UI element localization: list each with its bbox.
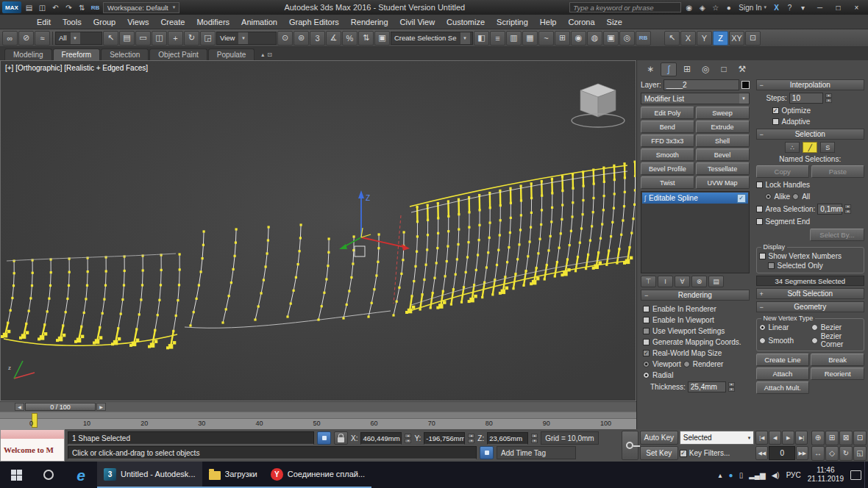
- action-center-icon[interactable]: [850, 470, 861, 480]
- checkbox-use-viewport-settings[interactable]: Use Viewport Settings: [643, 326, 747, 336]
- tray-expand-icon[interactable]: ▴: [719, 471, 722, 479]
- save-file-icon[interactable]: ◫: [36, 2, 49, 13]
- ribbon-tab-populate[interactable]: Populate: [208, 49, 255, 60]
- zoom-all-icon[interactable]: ⊞: [825, 431, 839, 445]
- bind-spacewarp-icon[interactable]: ≈: [35, 31, 50, 46]
- radio-radial[interactable]: Radial: [643, 370, 747, 380]
- checkbox[interactable]: [643, 328, 650, 334]
- checkbox[interactable]: [643, 339, 650, 345]
- show-end-result-icon[interactable]: I: [658, 276, 673, 287]
- schematic-view-icon[interactable]: ⊞: [555, 31, 570, 46]
- menu-item[interactable]: Edit: [31, 15, 57, 29]
- z-spinner[interactable]: ▲▼: [531, 434, 538, 443]
- undo-icon[interactable]: ↶: [49, 2, 62, 13]
- set-key-button[interactable]: Set Key: [640, 446, 678, 460]
- orbit-icon[interactable]: ↻: [839, 446, 853, 461]
- vertex-subobject-button[interactable]: ∴: [785, 142, 800, 153]
- snap-3d-icon[interactable]: 3: [310, 31, 325, 46]
- y-spinner[interactable]: ▲▼: [468, 434, 474, 443]
- modifier-set-button[interactable]: Smooth: [641, 148, 694, 161]
- modifier-on-icon[interactable]: [737, 194, 746, 203]
- modifier-stack[interactable]: ʃ Editable Spline: [641, 191, 750, 273]
- menu-item[interactable]: Animation: [235, 15, 283, 29]
- viewport-label[interactable]: [+] [Orthographic] [Realistic + Edged Fa…: [5, 64, 148, 72]
- track-bar-key-strip[interactable]: [0, 412, 636, 419]
- angle-snap-icon[interactable]: ∡: [326, 31, 341, 46]
- modifier-set-button[interactable]: Bend: [641, 121, 694, 133]
- modifier-set-button[interactable]: Extrude: [696, 121, 750, 133]
- spinner-snap-icon[interactable]: ⇅: [358, 31, 374, 46]
- checkbox-enable-in-renderer[interactable]: Enable In Renderer: [643, 304, 747, 314]
- menu-item[interactable]: Civil View: [394, 15, 441, 29]
- select-by-button[interactable]: Select By...: [810, 229, 864, 241]
- radio-linear[interactable]: Linear: [759, 323, 809, 332]
- viewcube[interactable]: [552, 74, 622, 132]
- taskbar-app-3dsmax[interactable]: Untitled - Autodesk...: [97, 462, 202, 488]
- window-crossing-icon[interactable]: ◫: [152, 31, 167, 46]
- x-spinner[interactable]: ▲▼: [405, 434, 411, 443]
- edge-browser-button[interactable]: e: [65, 462, 97, 488]
- set-keys-button[interactable]: [622, 431, 638, 460]
- object-color-swatch[interactable]: [741, 81, 750, 89]
- mirror-icon[interactable]: ◧: [474, 31, 489, 46]
- zoom-region-icon[interactable]: ⊡: [853, 431, 867, 445]
- modifier-set-button[interactable]: Bevel Profile: [641, 162, 694, 175]
- spline-subobject-button[interactable]: S: [820, 142, 835, 153]
- render-setup-icon[interactable]: ◍: [587, 31, 602, 46]
- display-tab[interactable]: □: [716, 62, 732, 76]
- checkbox[interactable]: [643, 350, 650, 356]
- modifier-set-button[interactable]: Shell: [696, 134, 750, 147]
- modifier-set-button[interactable]: Bevel: [696, 148, 750, 161]
- current-frame-field[interactable]: 0: [769, 446, 795, 460]
- search-icon[interactable]: ◉: [683, 2, 695, 13]
- track-bar[interactable]: 0102030405060708090100: [0, 412, 636, 429]
- sign-in-button[interactable]: Sign In ▾: [736, 4, 769, 12]
- y-coordinate-field[interactable]: -196,756mm: [424, 432, 465, 445]
- next-key-button[interactable]: ▶▶: [796, 446, 808, 460]
- taskbar-clock[interactable]: 11:46 21.11.2019: [808, 466, 844, 484]
- isolate-selection-button[interactable]: [317, 431, 331, 445]
- fov-icon[interactable]: ◇: [825, 446, 839, 461]
- modifier-stack-item[interactable]: ʃ Editable Spline: [642, 193, 748, 204]
- checkbox-adaptive[interactable]: Adaptive: [772, 117, 865, 126]
- checkbox-show-vertex-numbers[interactable]: Show Vertex Numbers: [759, 251, 862, 261]
- modifier-set-button[interactable]: Tessellate: [696, 162, 750, 175]
- tray-app-icon[interactable]: ●: [729, 471, 733, 479]
- z-coordinate-field[interactable]: 23,605mm: [487, 432, 528, 445]
- layer-manager-icon[interactable]: ▥: [506, 31, 522, 46]
- welcome-window[interactable]: Welcome to M: [0, 429, 65, 462]
- remove-modifier-icon[interactable]: ⊗: [691, 276, 707, 287]
- x-coordinate-field[interactable]: 460,449mm: [360, 432, 402, 445]
- ribbon-options-icon[interactable]: ⊡: [267, 51, 272, 58]
- attach-button[interactable]: Attach: [756, 367, 810, 380]
- minimize-button[interactable]: ─: [811, 1, 829, 13]
- named-sets-icon[interactable]: ▣: [374, 31, 390, 46]
- language-indicator[interactable]: РУС: [786, 471, 801, 479]
- snaps-cursor-icon[interactable]: ↖: [664, 31, 680, 46]
- help-icon[interactable]: ?: [783, 2, 796, 13]
- select-by-name-icon[interactable]: ▤: [119, 31, 135, 46]
- time-slider[interactable]: ◀ 0 / 100 ▶: [0, 401, 636, 412]
- radio-bezier[interactable]: Bezier: [811, 323, 861, 332]
- percent-snap-icon[interactable]: %: [342, 31, 357, 46]
- paste-button[interactable]: Paste: [811, 165, 864, 178]
- checkbox-selected-only[interactable]: Selected Only: [759, 261, 862, 270]
- prev-frame-button[interactable]: ◀: [769, 431, 781, 445]
- ribbon-tab-modeling[interactable]: Modeling: [4, 49, 52, 60]
- community-icon[interactable]: ◈: [696, 2, 708, 13]
- xy-constraint-button[interactable]: XY: [729, 31, 744, 46]
- area-selection-field[interactable]: 0,1mm: [817, 204, 842, 215]
- welcome-window-titlebar[interactable]: [1, 430, 64, 439]
- ribbon-toggle-icon[interactable]: ▦: [522, 31, 538, 46]
- start-button[interactable]: [0, 462, 32, 488]
- modifier-set-button[interactable]: FFD 3x3x3: [641, 134, 694, 147]
- checkbox[interactable]: [772, 118, 779, 125]
- modifier-list-dropdown[interactable]: Modifier List ▼: [641, 93, 750, 104]
- menu-item[interactable]: Corona: [562, 15, 600, 29]
- motion-tab[interactable]: ◎: [697, 62, 714, 76]
- maximize-button[interactable]: □: [829, 1, 847, 13]
- open-file-icon[interactable]: ▤: [23, 2, 35, 13]
- pivot-center-icon[interactable]: ⊙: [277, 31, 293, 46]
- user-icon[interactable]: ●: [722, 2, 735, 13]
- configure-sets-icon[interactable]: ▤: [708, 276, 724, 287]
